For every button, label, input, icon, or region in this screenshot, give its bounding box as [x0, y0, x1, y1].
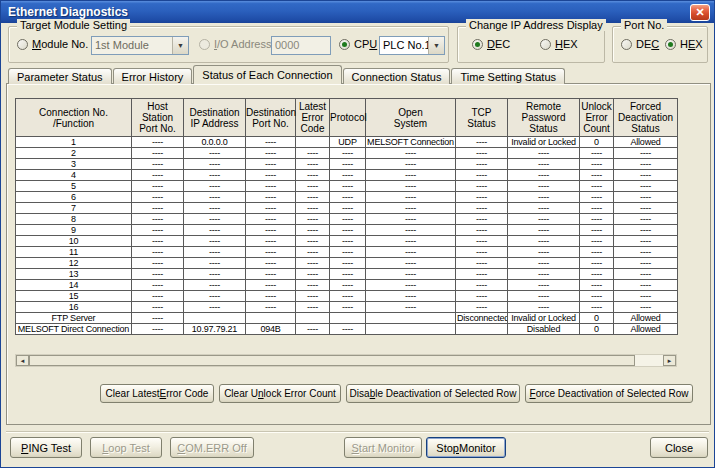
data-cell[interactable]: ---- — [246, 181, 296, 192]
data-cell[interactable]: ---- — [330, 280, 366, 291]
close-button[interactable]: ✕ — [690, 4, 710, 21]
data-cell[interactable]: ---- — [508, 203, 580, 214]
data-cell[interactable]: ---- — [456, 159, 508, 170]
data-cell[interactable]: ---- — [184, 258, 246, 269]
row-label-cell[interactable]: 6 — [16, 192, 132, 203]
data-cell[interactable]: ---- — [246, 192, 296, 203]
data-cell[interactable]: ---- — [132, 170, 184, 181]
data-cell[interactable]: Allowed — [614, 324, 678, 335]
data-cell[interactable]: ---- — [456, 148, 508, 159]
data-cell[interactable]: ---- — [246, 137, 296, 148]
table-row[interactable]: 1----0.0.0.0----UDPMELSOFT Connection---… — [16, 137, 678, 148]
data-cell[interactable]: Allowed — [614, 137, 678, 148]
data-cell[interactable]: ---- — [508, 181, 580, 192]
data-cell[interactable]: ---- — [366, 236, 456, 247]
data-cell[interactable]: ---- — [614, 236, 678, 247]
data-cell[interactable]: ---- — [508, 291, 580, 302]
data-cell[interactable]: ---- — [184, 170, 246, 181]
data-cell[interactable]: ---- — [296, 258, 330, 269]
data-cell[interactable]: ---- — [366, 291, 456, 302]
data-cell[interactable]: ---- — [614, 148, 678, 159]
data-cell[interactable]: ---- — [580, 247, 614, 258]
data-cell[interactable]: ---- — [614, 159, 678, 170]
scroll-left-button[interactable]: ◄ — [16, 355, 29, 366]
data-cell[interactable]: ---- — [296, 203, 330, 214]
data-cell[interactable]: 10.97.79.21 — [184, 324, 246, 335]
data-cell[interactable]: ---- — [366, 214, 456, 225]
data-cell[interactable]: ---- — [508, 159, 580, 170]
table-row[interactable]: MELSOFT Direct Connection----10.97.79.21… — [16, 324, 678, 335]
tab-status-of-each-connection[interactable]: Status of Each Connection — [193, 65, 341, 84]
data-cell[interactable]: ---- — [132, 280, 184, 291]
table-row[interactable]: 5---------------------------------------… — [16, 181, 678, 192]
data-cell[interactable]: ---- — [580, 159, 614, 170]
data-cell[interactable]: ---- — [246, 203, 296, 214]
data-cell[interactable]: ---- — [366, 280, 456, 291]
table-row[interactable]: 14--------------------------------------… — [16, 280, 678, 291]
data-cell[interactable]: ---- — [330, 181, 366, 192]
data-cell[interactable]: ---- — [456, 192, 508, 203]
io-address-radio[interactable]: I/O Address — [199, 38, 271, 50]
data-cell[interactable]: ---- — [132, 214, 184, 225]
data-cell[interactable]: ---- — [508, 214, 580, 225]
data-cell[interactable]: ---- — [246, 225, 296, 236]
data-cell[interactable]: ---- — [580, 214, 614, 225]
data-cell[interactable]: ---- — [330, 170, 366, 181]
data-cell[interactable]: ---- — [456, 236, 508, 247]
data-cell[interactable]: ---- — [132, 192, 184, 203]
row-label-cell[interactable]: 9 — [16, 225, 132, 236]
data-cell[interactable]: ---- — [580, 170, 614, 181]
scroll-right-button[interactable]: ► — [663, 355, 676, 366]
row-label-cell[interactable]: 3 — [16, 159, 132, 170]
module-select[interactable]: 1st Module ▼ — [91, 36, 189, 55]
data-cell[interactable]: ---- — [614, 225, 678, 236]
table-row[interactable]: 11--------------------------------------… — [16, 247, 678, 258]
data-cell[interactable]: ---- — [614, 181, 678, 192]
data-cell[interactable]: ---- — [508, 225, 580, 236]
data-cell[interactable]: ---- — [580, 203, 614, 214]
data-cell[interactable]: ---- — [132, 159, 184, 170]
data-cell[interactable] — [366, 313, 456, 324]
data-cell[interactable]: ---- — [296, 269, 330, 280]
data-cell[interactable]: ---- — [456, 280, 508, 291]
scrollbar-thumb[interactable] — [29, 355, 635, 366]
ip-hex-radio[interactable]: HEX — [540, 38, 578, 50]
row-label-cell[interactable]: 10 — [16, 236, 132, 247]
row-label-cell[interactable]: 7 — [16, 203, 132, 214]
data-cell[interactable]: Invalid or Locked — [508, 313, 580, 324]
row-label-cell[interactable]: 1 — [16, 137, 132, 148]
port-dec-radio[interactable]: DEC — [621, 38, 659, 50]
data-cell[interactable]: ---- — [132, 247, 184, 258]
data-cell[interactable]: ---- — [330, 225, 366, 236]
data-cell[interactable]: ---- — [456, 247, 508, 258]
data-cell[interactable]: ---- — [184, 291, 246, 302]
ip-dec-radio[interactable]: DEC — [472, 38, 510, 50]
tab-time-setting-status[interactable]: Time Setting Status — [451, 68, 565, 84]
table-row[interactable]: 12--------------------------------------… — [16, 258, 678, 269]
data-cell[interactable]: ---- — [184, 225, 246, 236]
data-cell[interactable]: 0 — [580, 313, 614, 324]
tab-error-history[interactable]: Error History — [113, 68, 193, 84]
data-cell[interactable]: ---- — [296, 236, 330, 247]
clear-latest-error-code-button[interactable]: Clear Latest Error Code — [100, 384, 214, 403]
row-label-cell[interactable]: 15 — [16, 291, 132, 302]
data-cell[interactable]: ---- — [614, 280, 678, 291]
data-cell[interactable]: ---- — [330, 247, 366, 258]
table-row[interactable]: 4---------------------------------------… — [16, 170, 678, 181]
data-cell[interactable]: ---- — [132, 148, 184, 159]
row-label-cell[interactable]: 12 — [16, 258, 132, 269]
module-no-radio[interactable]: Module No. — [17, 38, 88, 50]
data-cell[interactable]: ---- — [456, 214, 508, 225]
data-cell[interactable] — [330, 313, 366, 324]
data-cell[interactable]: ---- — [296, 214, 330, 225]
data-cell[interactable]: ---- — [366, 302, 456, 313]
data-cell[interactable]: ---- — [132, 236, 184, 247]
data-cell[interactable]: ---- — [184, 236, 246, 247]
data-cell[interactable]: ---- — [456, 291, 508, 302]
tab-parameter-status[interactable]: Parameter Status — [8, 68, 112, 84]
data-cell[interactable]: ---- — [246, 280, 296, 291]
row-label-cell[interactable]: 13 — [16, 269, 132, 280]
data-cell[interactable]: ---- — [330, 192, 366, 203]
data-cell[interactable] — [184, 313, 246, 324]
data-cell[interactable]: ---- — [184, 247, 246, 258]
